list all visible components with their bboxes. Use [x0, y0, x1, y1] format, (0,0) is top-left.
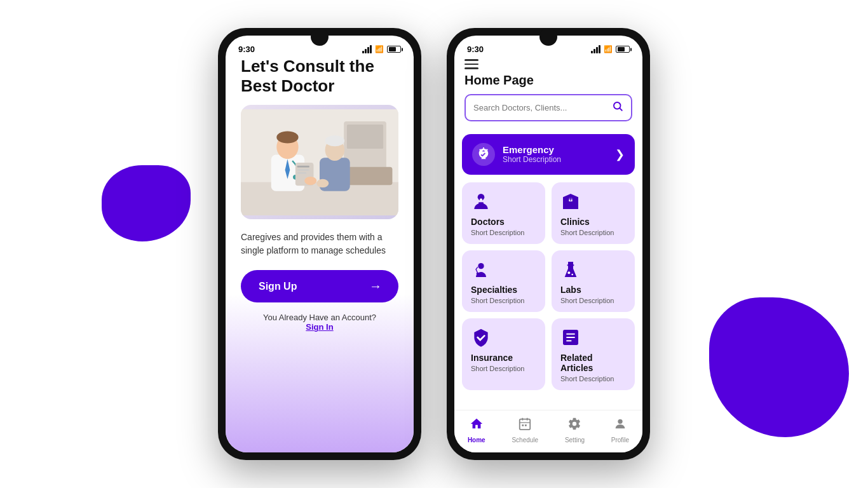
home-page-title: Home Page [465, 73, 632, 88]
svg-point-8 [276, 131, 298, 143]
account-text: You Already Have an Account? Sign In [241, 313, 398, 332]
nav-setting[interactable]: Setting [565, 417, 585, 444]
battery-icon [387, 46, 401, 53]
card-articles-desc: Short Description [560, 375, 626, 383]
articles-icon [560, 327, 626, 348]
nav-schedule-label: Schedule [512, 437, 538, 444]
labs-icon-svg [560, 259, 581, 280]
insurance-icon-svg [471, 327, 491, 348]
bottom-nav: Home Schedule [454, 410, 642, 452]
hamburger-line-2 [465, 64, 478, 65]
card-specialties-desc: Short Description [471, 297, 536, 304]
svg-rect-12 [297, 169, 309, 170]
insurance-icon [471, 327, 536, 348]
login-title: Let's Consult the Best Doctor [241, 57, 398, 96]
phone-notch-home [539, 28, 557, 46]
svg-rect-26 [478, 202, 484, 204]
card-articles-title: Related Articles [560, 353, 626, 373]
specialties-icon [471, 259, 536, 280]
svg-rect-11 [297, 166, 309, 168]
emergency-description: Short Description [503, 155, 607, 164]
blob-decoration-right-bottom [709, 297, 849, 437]
search-bar[interactable] [465, 94, 632, 121]
card-specialties-title: Specialties [471, 285, 536, 295]
nav-home[interactable]: Home [468, 417, 485, 444]
emergency-banner[interactable]: Emergency Short Description ❯ [462, 134, 635, 175]
labs-icon [560, 259, 626, 280]
doctor-icon-svg [471, 191, 491, 212]
hamburger-line-1 [465, 59, 478, 61]
svg-rect-2 [241, 182, 398, 215]
hamburger-line-3 [465, 67, 478, 69]
emergency-icon [472, 143, 495, 166]
signal-icon [362, 45, 372, 53]
settings-icon-svg [567, 417, 581, 431]
phone-home-inner: 9:30 📶 [454, 36, 642, 452]
card-specialties[interactable]: Specialties Short Description [462, 250, 545, 312]
phone-home: 9:30 📶 [447, 28, 650, 460]
card-doctors-desc: Short Description [471, 229, 536, 236]
svg-point-19 [316, 179, 329, 187]
signup-button[interactable]: Sign Up → [241, 270, 398, 302]
card-doctors[interactable]: Doctors Short Description [462, 182, 545, 244]
wifi-icon-home: 📶 [604, 45, 613, 53]
home-icon-svg [470, 417, 484, 431]
svg-point-36 [571, 273, 573, 275]
svg-point-17 [325, 135, 345, 146]
svg-rect-28 [567, 203, 574, 208]
card-labs-desc: Short Description [560, 297, 626, 304]
status-time-login: 9:30 [238, 44, 255, 54]
profile-icon-svg [613, 417, 627, 431]
svg-rect-41 [520, 419, 531, 430]
wifi-icon: 📶 [375, 45, 384, 53]
card-insurance[interactable]: Insurance Short Description [462, 318, 545, 390]
emergency-text: Emergency Short Description [503, 144, 607, 164]
card-labs-title: Labs [560, 285, 626, 295]
phone-notch [311, 28, 329, 46]
svg-rect-46 [525, 424, 527, 426]
svg-point-32 [478, 263, 484, 269]
svg-point-35 [567, 271, 570, 274]
card-doctors-title: Doctors [471, 217, 536, 227]
signin-link[interactable]: Sign In [306, 322, 333, 332]
doctor-illustration [241, 107, 398, 218]
svg-point-18 [304, 177, 316, 185]
card-clinics[interactable]: Clinics Short Description [552, 182, 635, 244]
login-content: Let's Consult the Best Doctor [226, 57, 414, 452]
nav-home-label: Home [468, 437, 485, 444]
svg-rect-4 [347, 125, 383, 149]
card-insurance-desc: Short Description [471, 365, 536, 372]
phone-login: 9:30 📶 Let's Consult the Best Do [218, 28, 421, 460]
home-nav-icon [470, 417, 484, 435]
alarm-icon [477, 147, 491, 161]
cards-grid: Doctors Short Description [462, 182, 635, 390]
nav-profile[interactable]: Profile [611, 417, 629, 444]
card-related-articles[interactable]: Related Articles Short Description [552, 318, 635, 390]
emergency-chevron-icon: ❯ [615, 147, 625, 161]
status-icons-login: 📶 [362, 45, 401, 53]
search-input[interactable] [473, 103, 612, 112]
card-clinics-desc: Short Description [560, 229, 626, 236]
specialties-icon-svg [471, 259, 491, 280]
phone-login-inner: 9:30 📶 Let's Consult the Best Do [226, 36, 414, 452]
home-header: Home Page [454, 57, 642, 134]
clinics-icon [560, 191, 626, 212]
articles-icon-svg [560, 327, 581, 348]
arrow-icon: → [369, 279, 381, 294]
svg-rect-13 [297, 172, 306, 173]
login-description: Caregives and provides them with a singl… [241, 231, 398, 257]
svg-point-47 [618, 419, 622, 424]
nav-profile-label: Profile [611, 437, 629, 444]
home-scroll-area: Emergency Short Description ❯ [454, 134, 642, 410]
nav-schedule[interactable]: Schedule [512, 417, 538, 444]
status-icons-home: 📶 [591, 45, 630, 53]
card-labs[interactable]: Labs Short Description [552, 250, 635, 312]
clinics-icon-svg [560, 191, 581, 212]
svg-point-33 [477, 272, 479, 274]
emergency-title: Emergency [503, 144, 607, 155]
phones-container: 9:30 📶 Let's Consult the Best Do [218, 28, 650, 460]
card-clinics-title: Clinics [560, 217, 626, 227]
svg-point-27 [480, 198, 482, 201]
hamburger-menu[interactable] [465, 59, 632, 69]
search-icon[interactable] [612, 100, 623, 115]
